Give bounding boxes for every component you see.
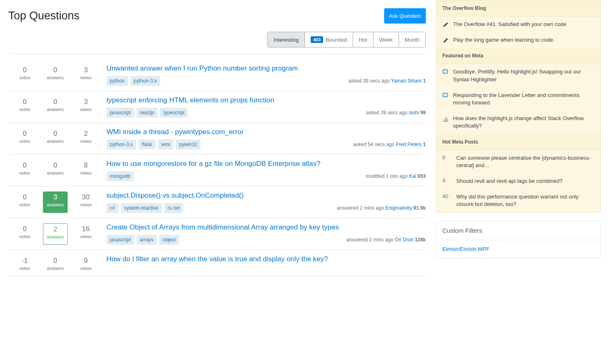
hot-meta-item[interactable]: 40Why did this performance question warr… (436, 189, 600, 212)
hot-meta-score: 4 (442, 177, 452, 184)
user-reputation: 91.9k (412, 205, 426, 211)
action-time: answered 2 mins ago (337, 205, 385, 211)
question-row: 0votes0answers2viewsWMI inside a thread … (8, 123, 426, 155)
hot-meta-item[interactable]: 4Should revit and revit-api tags be comb… (436, 173, 600, 189)
stat-votes: 0votes (12, 96, 37, 118)
question-title-link[interactable]: Unwanted answer when I run Python number… (106, 64, 426, 73)
stat-label: votes (12, 202, 37, 207)
overflow-blog-header: The Overflow Blog (436, 0, 600, 17)
tab-week[interactable]: Week (373, 32, 399, 47)
tag[interactable]: javascript (106, 235, 134, 245)
question-title-link[interactable]: How do I filter an array when the value … (106, 255, 426, 263)
meta-item[interactable]: Goodbye, Prettify. Hello highlight.js! S… (436, 64, 600, 87)
meta-item[interactable]: How does the highlight.js change affect … (436, 111, 600, 134)
tag[interactable]: typescript (160, 108, 188, 118)
hot-meta-item[interactable]: 6Can someone please centralise the [dyna… (436, 150, 600, 173)
custom-filters-widget: Custom Filters Elmish/Elmish.WPF (436, 221, 601, 258)
stat-number: 9 (73, 257, 98, 265)
action-time: asked 54 secs ago (353, 142, 396, 147)
stat-number: 3 (73, 66, 98, 74)
tab-bountied[interactable]: 403Bountied (305, 32, 353, 47)
hot-meta-text: Can someone please centralise the [dynam… (456, 154, 594, 169)
stat-views: 9views (73, 255, 98, 271)
stat-number: 0 (12, 130, 37, 138)
tab-hot[interactable]: Hot (353, 32, 373, 47)
stat-number: 30 (73, 193, 98, 201)
tag[interactable]: reactjs (137, 108, 158, 118)
stat-label: answers (43, 107, 68, 112)
sidebar-widget: The Overflow Blog The Overflow #41: Sati… (436, 0, 601, 213)
tag[interactable]: object (159, 235, 179, 245)
stat-label: views (73, 170, 98, 175)
stat-label: answers (43, 202, 68, 207)
stat-number: 0 (12, 98, 37, 106)
question-title-link[interactable]: Create Object of Arrays from multidimens… (106, 223, 426, 232)
username-link[interactable]: Enigmativity (385, 205, 412, 211)
user-reputation: 1 (422, 142, 426, 147)
svg-rect-0 (443, 70, 448, 73)
tag[interactable]: mongodb (106, 171, 134, 181)
question-row: -1votes0answers9viewsHow do I filter an … (8, 250, 426, 276)
question-title-link[interactable]: typescript enforcing HTML elements on pr… (106, 96, 426, 104)
stat-number: 3 (43, 193, 68, 201)
stat-label: answers (43, 266, 68, 271)
tag[interactable]: c# (106, 203, 118, 213)
bounty-count-badge: 403 (311, 36, 323, 43)
tag[interactable]: python (106, 76, 128, 86)
stat-number: 8 (73, 161, 98, 170)
hot-meta-header: Hot Meta Posts (436, 134, 600, 150)
stat-label: views (73, 234, 98, 239)
username-link[interactable]: Fred Peters (396, 142, 422, 147)
custom-filter-item[interactable]: Elmish/Elmish.WPF (436, 240, 600, 258)
blog-item[interactable]: Play the long game when learning to code… (436, 32, 600, 48)
stat-number: 0 (43, 257, 68, 265)
tag[interactable]: python-3.x (130, 76, 160, 86)
tag[interactable]: pywin32 (176, 139, 201, 149)
stat-label: answers (43, 139, 68, 144)
page-title: Top Questions (8, 9, 80, 22)
stackoverflow-icon (442, 116, 449, 122)
question-title-link[interactable]: subject.Dispose() vs subject.OnCompleted… (106, 191, 426, 200)
stat-label: votes (12, 75, 37, 80)
tag[interactable]: javascript (106, 108, 134, 118)
tab-month[interactable]: Month (399, 32, 425, 47)
chat-icon (442, 92, 449, 99)
question-title-link[interactable]: How to use mongorestore for a gz file on… (106, 160, 426, 168)
question-row: 0votes0answers8viewsHow to use mongorest… (8, 155, 426, 187)
tag[interactable]: system.reactive (121, 203, 162, 213)
tag[interactable]: wmi (158, 139, 173, 149)
stat-votes: 0votes (12, 160, 37, 181)
tag[interactable]: arrays (137, 235, 157, 245)
username-link[interactable]: Kal (409, 173, 416, 179)
tag[interactable]: rx.net (164, 203, 183, 213)
stat-votes: 0votes (12, 223, 37, 245)
blog-item[interactable]: The Overflow #41: Satisfied with your ow… (436, 17, 600, 32)
stat-label: votes (12, 266, 37, 271)
user-reputation: 128k (413, 237, 426, 243)
username-link[interactable]: Yaman Siham (391, 78, 422, 84)
question-title-link[interactable]: WMI inside a thread - pywintypes.com_err… (106, 128, 426, 136)
stat-label: views (73, 202, 98, 207)
username-link[interactable]: nishi (409, 110, 419, 116)
pencil-icon (442, 21, 449, 28)
stat-number: 0 (12, 161, 37, 170)
user-reputation: 1 (422, 78, 426, 84)
svg-rect-1 (443, 93, 448, 97)
tag[interactable]: python-3.x (106, 139, 136, 149)
username-link[interactable]: Ori Drori (395, 237, 413, 243)
stat-views: 16views (73, 223, 98, 245)
tab-bar: Interesting403BountiedHotWeekMonth (8, 32, 426, 54)
ask-question-button[interactable]: Ask Question (384, 8, 426, 24)
meta-item[interactable]: Responding to the Lavender Letter and co… (436, 87, 600, 111)
tag[interactable]: flask (139, 139, 156, 149)
tab-label: Month (405, 37, 420, 43)
user-reputation: 99 (419, 110, 426, 116)
stat-votes: -1votes (12, 255, 37, 271)
stat-votes: 0votes (12, 64, 37, 86)
stat-answers: 3answers (43, 191, 68, 213)
question-author: asked 39 secs ago nishi 99 (366, 110, 426, 116)
pencil-icon (442, 37, 449, 44)
tab-interesting[interactable]: Interesting (268, 32, 305, 47)
blog-item-text: Play the long game when learning to code… (453, 36, 594, 44)
stat-views: 3views (73, 64, 98, 86)
